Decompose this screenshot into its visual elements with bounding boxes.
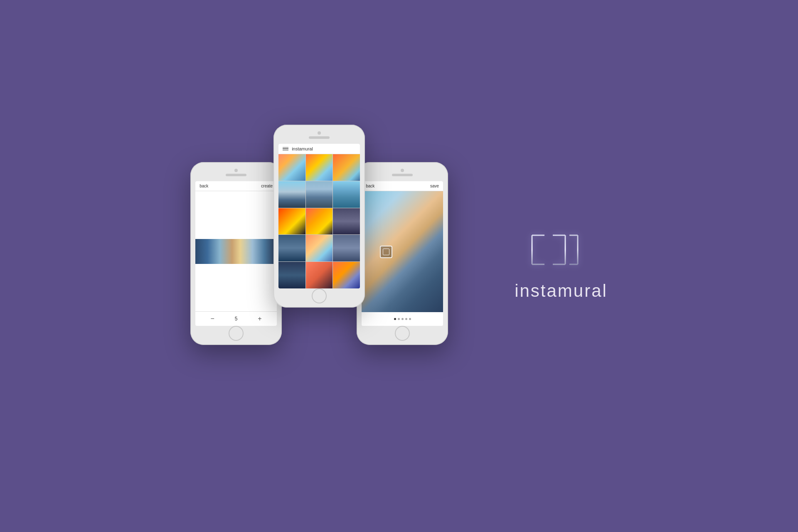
- grid-cell-2[interactable]: [306, 154, 333, 181]
- grid-cell-15[interactable]: [333, 262, 360, 288]
- dot-3[interactable]: [401, 318, 404, 320]
- scene: back create − 5 +: [190, 125, 608, 407]
- screen-center: instamural: [278, 144, 360, 288]
- grid-cell-5[interactable]: [306, 181, 333, 208]
- grid-cell-8[interactable]: [306, 208, 333, 235]
- grid-cell-9[interactable]: [333, 208, 360, 235]
- dot-2[interactable]: [398, 318, 400, 320]
- hamburger-line-2: [283, 148, 288, 149]
- panorama-strip: [195, 239, 277, 264]
- left-screen-body: [195, 191, 277, 311]
- grid-cell-4[interactable]: [278, 181, 305, 208]
- phone-top-right: [357, 169, 448, 176]
- detail-photo: [362, 191, 443, 312]
- grid-cell-7[interactable]: [278, 208, 305, 235]
- hamburger-line-3: [283, 150, 288, 151]
- speaker-left: [226, 174, 246, 176]
- phones-container: back create − 5 +: [190, 125, 456, 407]
- screen-right: back save: [362, 181, 443, 326]
- grid-cell-3[interactable]: [333, 154, 360, 181]
- grid-cell-1[interactable]: [278, 154, 305, 181]
- grid-cell-11[interactable]: [306, 235, 333, 261]
- left-blank-bottom: [195, 264, 277, 312]
- right-screen-header: back save: [362, 181, 443, 191]
- phone-top-center: [273, 131, 365, 139]
- hamburger-line-1: [283, 147, 288, 148]
- dot-4[interactable]: [405, 318, 407, 320]
- minus-button[interactable]: −: [211, 315, 214, 323]
- grid-cell-13[interactable]: [278, 262, 305, 288]
- grid-cell-10[interactable]: [278, 235, 305, 261]
- logo-svg: [524, 231, 598, 268]
- camera-dot-right: [401, 169, 404, 172]
- camera-dot-left: [234, 169, 238, 172]
- right-save-button[interactable]: save: [430, 184, 439, 188]
- brand-name: instamural: [515, 281, 608, 301]
- count-display: 5: [235, 316, 238, 322]
- left-image-strip: [195, 239, 277, 264]
- phone-top-left: [190, 169, 282, 176]
- phone-left: back create − 5 +: [190, 162, 282, 345]
- left-blank-top: [195, 191, 277, 239]
- center-title: instamural: [292, 146, 313, 151]
- left-create-button[interactable]: create: [261, 184, 273, 188]
- phone-center: instamural: [273, 125, 365, 308]
- camera-dot-center: [318, 131, 321, 135]
- center-screen-header: instamural: [278, 144, 360, 154]
- plus-button[interactable]: +: [258, 315, 261, 323]
- phone-right: back save: [357, 162, 448, 345]
- menu-icon[interactable]: [283, 147, 288, 151]
- logo-mark: [524, 231, 598, 268]
- grid-cell-6[interactable]: [333, 181, 360, 208]
- right-back-button[interactable]: back: [366, 184, 374, 188]
- grid-cell-14[interactable]: [306, 262, 333, 288]
- crop-tool-icon[interactable]: [380, 246, 392, 258]
- dot-5[interactable]: [409, 318, 411, 320]
- screen-left: back create − 5 +: [195, 181, 277, 326]
- branding-section: instamural: [515, 231, 608, 301]
- left-screen-header: back create: [195, 181, 277, 191]
- home-button-left[interactable]: [229, 326, 244, 341]
- detail-image-view: [362, 191, 443, 312]
- home-button-center[interactable]: [312, 288, 327, 303]
- dot-1[interactable]: [394, 318, 396, 320]
- left-back-button[interactable]: back: [200, 184, 208, 188]
- home-button-right[interactable]: [395, 326, 410, 341]
- grid-cell-12[interactable]: [333, 235, 360, 261]
- photo-grid: [278, 154, 360, 288]
- pagination-dots: [365, 315, 440, 323]
- speaker-right: [392, 174, 413, 176]
- right-bottom: [362, 312, 443, 326]
- speaker-center: [309, 136, 330, 139]
- left-controls: − 5 +: [195, 311, 277, 326]
